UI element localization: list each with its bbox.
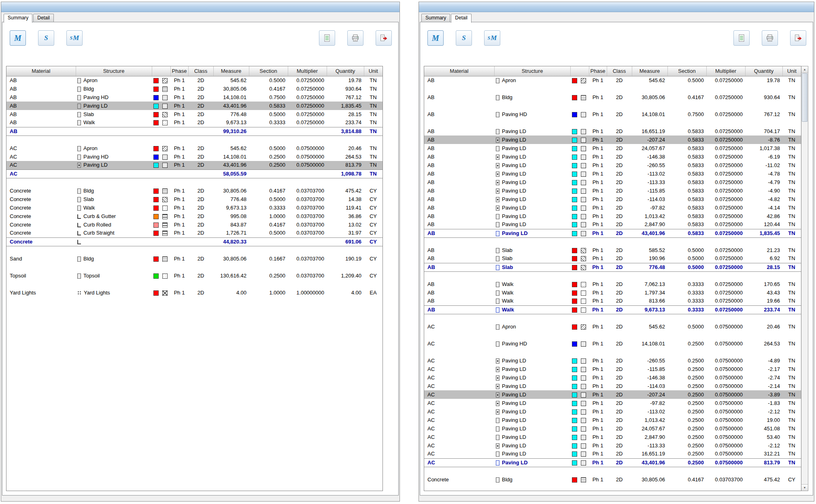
column-header-unit[interactable]: Unit (782, 66, 801, 76)
column-header-class[interactable]: Class (607, 66, 632, 76)
item-row[interactable]: ACPaving LDPh 12D-113.020.25000.07500000… (424, 407, 801, 416)
tab-detail[interactable]: Detail (33, 14, 54, 22)
item-row[interactable]: ACPaving LDPh 12D-260.550.25000.07500000… (424, 356, 801, 365)
item-row[interactable]: ACPaving LDPh 12D1,013.420.25000.0750000… (424, 416, 801, 424)
column-header-swatch[interactable] (152, 66, 170, 76)
item-row[interactable]: TopsoilTopsoilPh 12D130,616.420.25000.03… (6, 271, 382, 280)
print-button[interactable] (762, 30, 778, 46)
vertical-scrollbar[interactable]: ▲ ▼ (801, 66, 808, 491)
item-row[interactable]: ABPaving LDPh 12D-207.240.58330.07250000… (424, 136, 801, 144)
item-row[interactable]: ACPaving LDPh 12D-115.850.25000.07500000… (424, 365, 801, 373)
item-row[interactable]: ABPaving LDPh 12D1,013.420.58330.0725000… (424, 212, 801, 220)
tab-detail[interactable]: Detail (451, 14, 472, 23)
item-row[interactable]: ABPaving LDPh 12D-114.030.58330.07250000… (424, 195, 801, 203)
column-header-section[interactable]: Section (667, 66, 706, 76)
column-header-phase[interactable]: Phase (589, 66, 607, 76)
item-row[interactable]: ABPaving LDPh 12D-113.330.58330.07250000… (424, 178, 801, 186)
column-header-structure[interactable]: Structure (494, 66, 570, 76)
item-row[interactable]: ABBldgPh 12D30,805.060.41670.07250000930… (424, 93, 801, 102)
item-row[interactable]: ABPaving LDPh 12D-113.020.58330.07250000… (424, 169, 801, 178)
item-row[interactable]: ACPaving HDPh 12D14,108.010.25000.075000… (424, 339, 801, 348)
item-row[interactable]: ACApronPh 12D545.620.50000.0750000020.46… (424, 322, 801, 331)
item-row[interactable]: ACPaving LDPh 12D-146.380.25000.07500000… (424, 373, 801, 382)
item-row[interactable]: ACPaving LDPh 12D-97.820.25000.07500000-… (424, 399, 801, 407)
column-header-phase[interactable]: Phase (170, 66, 188, 76)
total-row[interactable]: AB99,310.263,814.88TN (6, 127, 382, 136)
item-row[interactable]: ABPaving LDPh 12D24,057.670.58330.072500… (424, 144, 801, 152)
export-spreadsheet-button[interactable] (319, 30, 335, 46)
sm-mode-button[interactable]: SM (66, 30, 83, 46)
item-row[interactable]: ABPaving LDPh 12D16,651.190.58330.072500… (424, 127, 801, 136)
item-row[interactable]: ACPaving LDPh 12D24,057.670.25000.075000… (424, 424, 801, 433)
item-row[interactable]: ABWalkPh 12D7,062.130.33330.07250000170.… (424, 280, 801, 288)
item-row[interactable]: ABPaving LDPh 12D43,401.960.58330.072500… (6, 102, 382, 110)
sm-mode-button[interactable]: SM (484, 30, 500, 46)
item-row[interactable]: ABPaving HDPh 12D14,108.010.75000.072500… (6, 93, 382, 102)
column-header-material[interactable]: Material (6, 66, 76, 76)
column-header-quantity[interactable]: Quantity (327, 66, 364, 76)
window-titlebar[interactable] (1, 2, 400, 12)
m-mode-button[interactable]: M (10, 30, 26, 46)
item-row[interactable]: SandBldgPh 12D30,805.060.16670.037037001… (6, 254, 382, 263)
scrollbar-thumb[interactable] (802, 73, 808, 122)
item-row[interactable]: ACPaving LDPh 12D2,847.900.25000.0750000… (424, 433, 801, 441)
export-pdf-button[interactable] (376, 30, 392, 46)
total-row[interactable]: ABSlabPh 12D776.480.50000.0725000028.15T… (424, 263, 801, 271)
item-row[interactable]: ConcreteBldgPh 12D30,805.060.41670.03703… (424, 475, 801, 484)
column-header-multiplier[interactable]: Multiplier (288, 66, 327, 76)
item-row[interactable]: ABApronPh 12D545.620.50000.0725000019.78… (6, 76, 382, 85)
item-row[interactable]: ACApronPh 12D545.620.50000.0750000020.46… (6, 144, 382, 152)
total-row[interactable]: AC58,055.591,098.78TN (6, 169, 382, 178)
item-row[interactable]: ACPaving LDPh 12D16,651.190.25000.075000… (424, 450, 801, 458)
item-row[interactable]: ACPaving LDPh 12D43,401.960.25000.075000… (6, 161, 382, 169)
window-titlebar[interactable] (419, 2, 814, 12)
item-row[interactable]: ABPaving LDPh 12D-115.850.58330.07250000… (424, 186, 801, 195)
item-row[interactable]: ABPaving HDPh 12D14,108.010.75000.072500… (424, 110, 801, 119)
m-mode-button[interactable]: M (427, 30, 444, 46)
scrollbar-track[interactable] (801, 73, 808, 484)
print-button[interactable] (347, 30, 363, 46)
s-mode-button[interactable]: S (38, 30, 54, 46)
item-row[interactable]: ABPaving LDPh 12D-146.380.58330.07250000… (424, 152, 801, 161)
item-row[interactable]: ConcreteSlabPh 12D776.480.50000.03703700… (6, 195, 382, 203)
item-row[interactable]: ABWalkPh 12D1,797.340.33330.0725000043.4… (424, 288, 801, 297)
total-row[interactable]: Concrete44,820.33691.06CY (6, 237, 382, 246)
item-row[interactable]: ConcreteWalkPh 12D9,673.130.33330.037037… (6, 203, 382, 212)
column-header-multiplier[interactable]: Multiplier (706, 66, 745, 76)
export-pdf-button[interactable] (790, 30, 806, 46)
column-header-structure[interactable]: Structure (76, 66, 152, 76)
item-row[interactable]: ABPaving LDPh 12D-260.550.58330.07250000… (424, 161, 801, 169)
item-row[interactable]: ABPaving LDPh 12D2,847.900.58330.0725000… (424, 220, 801, 229)
item-row[interactable]: ConcreteCurb RolledPh 12D843.870.41670.0… (6, 220, 382, 229)
column-header-quantity[interactable]: Quantity (745, 66, 782, 76)
column-header-class[interactable]: Class (188, 66, 213, 76)
total-row[interactable]: ABPaving LDPh 12D43,401.960.58330.072500… (424, 229, 801, 237)
column-header-section[interactable]: Section (249, 66, 288, 76)
column-header-swatch[interactable] (570, 66, 589, 76)
tab-summary[interactable]: Summary (421, 14, 450, 22)
item-row[interactable]: ABApronPh 12D545.620.50000.0725000019.78… (424, 76, 801, 85)
scroll-up-button[interactable]: ▲ (801, 66, 808, 73)
item-row[interactable]: ConcreteBldgPh 12D30,805.060.41670.03703… (6, 186, 382, 195)
item-row[interactable]: ACPaving LDPh 12D-114.030.25000.07500000… (424, 382, 801, 390)
s-mode-button[interactable]: S (456, 30, 472, 46)
total-row[interactable]: ABWalkPh 12D9,673.130.33330.07250000233.… (424, 305, 801, 314)
item-row[interactable]: ACPaving LDPh 12D-207.240.25000.07500000… (424, 390, 801, 399)
tab-summary[interactable]: Summary (4, 14, 32, 23)
item-row[interactable]: ABSlabPh 12D776.480.50000.0725000028.15T… (6, 110, 382, 119)
item-row[interactable]: ACPaving HDPh 12D14,108.010.25000.075000… (6, 152, 382, 161)
export-spreadsheet-button[interactable] (733, 30, 750, 46)
column-header-measure[interactable]: Measure (632, 66, 667, 76)
item-row[interactable]: ABPaving LDPh 12D-97.820.58330.07250000-… (424, 203, 801, 212)
item-row[interactable]: ABWalkPh 12D813.660.33330.0725000019.66T… (424, 297, 801, 305)
scroll-down-button[interactable]: ▼ (801, 484, 808, 491)
item-row[interactable]: ABWalkPh 12D9,673.130.33330.07250000233.… (6, 119, 382, 127)
item-row[interactable]: ABBldgPh 12D30,805.060.41670.07250000930… (6, 85, 382, 93)
item-row[interactable]: ABSlabPh 12D585.520.50000.0725000021.23T… (424, 246, 801, 254)
column-header-measure[interactable]: Measure (213, 66, 249, 76)
column-header-material[interactable]: Material (424, 66, 494, 76)
item-row[interactable]: ConcreteCurb & GutterPh 12D995.081.00000… (6, 212, 382, 220)
item-row[interactable]: ConcreteCurb StraightPh 12D1,726.710.500… (6, 229, 382, 237)
total-row[interactable]: ACPaving LDPh 12D43,401.960.25000.075000… (424, 458, 801, 467)
item-row[interactable]: ACPaving LDPh 12D-113.330.25000.07500000… (424, 441, 801, 450)
